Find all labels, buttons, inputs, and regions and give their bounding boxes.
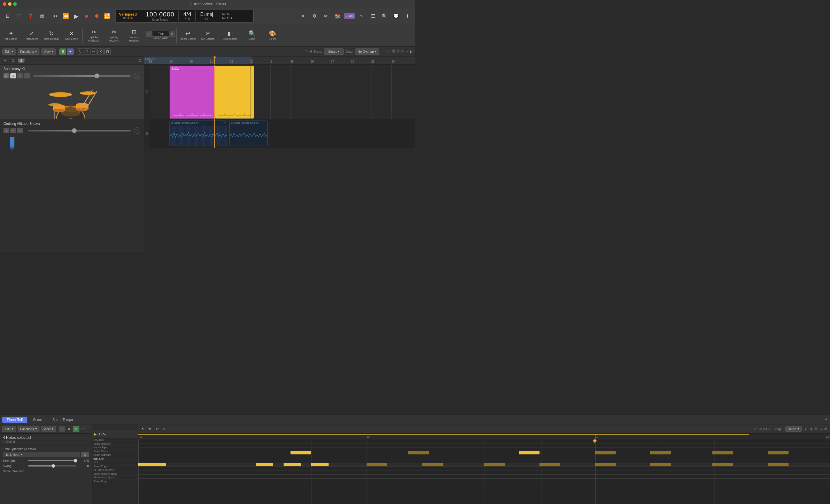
key-value: E♭maj — [200, 11, 213, 17]
pencil-button[interactable]: ✏ — [321, 11, 331, 21]
set-locators-tool[interactable]: ◧ Set Locators — [220, 26, 240, 45]
track-item-shaker: Cruising Altitude Shaker S R I ○ — [0, 119, 144, 148]
input-button-speakeasy[interactable]: I — [24, 73, 30, 78]
view-dropdown[interactable]: View ▾ — [41, 49, 56, 55]
send-button-shaker[interactable]: ○ — [134, 127, 140, 134]
region-socal-purple[interactable]: SoCal — [169, 66, 215, 119]
maximize-button[interactable] — [13, 2, 17, 6]
separator-2 — [145, 28, 145, 43]
pointer-tool[interactable]: ↖ — [77, 49, 83, 55]
list-view-button[interactable]: ☰ — [368, 11, 378, 21]
solo-button-speakeasy[interactable]: S — [10, 73, 16, 78]
close-x-button[interactable]: ✕ — [298, 11, 308, 21]
dash-y — [218, 115, 233, 116]
grid-view-button[interactable]: ⊞ — [59, 49, 66, 55]
rewind-button[interactable]: ⏮ — [51, 11, 60, 21]
trim-icon[interactable]: ⊢ — [387, 49, 390, 54]
settings-button[interactable]: ⚙ — [309, 11, 320, 21]
inout-section[interactable]: No In No Out — [222, 12, 232, 20]
display-button[interactable]: ▤ — [37, 11, 47, 21]
articulation-tool[interactable]: ✦ Articulation — [1, 26, 21, 45]
track-fader-speakeasy[interactable] — [33, 75, 131, 77]
track-header-expand[interactable]: ⊡ — [138, 58, 141, 63]
spot-erase-icon: ✕ — [69, 31, 74, 36]
timesig-section[interactable]: 4/4 /16 — [183, 11, 196, 21]
cycle-button[interactable]: 🔁 — [103, 11, 112, 21]
library-button[interactable]: 📚 — [332, 11, 343, 21]
rec-button-shaker[interactable]: R — [10, 128, 16, 133]
record-button[interactable]: ⏺ — [82, 11, 91, 21]
add-track-button[interactable]: + — [2, 58, 8, 63]
audio-region-shaker-2[interactable]: Cruising Altitude Shaker. — [229, 121, 268, 146]
group-s-button[interactable]: S — [18, 59, 25, 63]
rec-button-speakeasy[interactable]: R — [17, 73, 23, 78]
tempo-section[interactable]: 100.0000 Keep Tempo — [146, 11, 179, 21]
fader-thumb[interactable] — [95, 73, 99, 78]
help-button[interactable]: ❓ — [25, 11, 36, 21]
nudge-right-button[interactable]: ▷ — [170, 31, 175, 37]
shaker-icon — [3, 136, 21, 151]
input-button-shaker[interactable]: I — [17, 128, 23, 133]
svg-rect-20 — [10, 147, 14, 148]
link-icon[interactable]: ↔ — [405, 49, 409, 54]
play-button[interactable]: ▶ — [71, 11, 81, 21]
edit-dropdown[interactable]: Edit ▾ — [2, 49, 16, 55]
varispeed-section[interactable]: Varispeed ±0.00% — [119, 12, 141, 20]
capture-button[interactable]: ⬚ — [14, 11, 24, 21]
track-header-icon[interactable]: ⊡ — [10, 57, 16, 64]
nudge-value-control[interactable]: ◁ Tick ▷ Nudge Value — [147, 31, 175, 40]
track-lane-shaker: 28 Cruising Altitude Shaker ∞ Cruising A… — [144, 119, 415, 148]
expand-button[interactable]: » — [356, 11, 366, 21]
nudge-left-button[interactable]: ◁ — [147, 31, 152, 37]
grid-v-20 — [190, 65, 190, 119]
track-zoom-tool[interactable]: ⤢ Track Zoom — [21, 26, 41, 45]
pencil-tool[interactable]: ✏ — [91, 49, 97, 55]
scissors-tool[interactable]: ✕ — [97, 49, 104, 55]
spot-erase-tool[interactable]: ✕ Spot Erase — [62, 26, 81, 45]
merge-tool[interactable]: ⊓ — [104, 49, 111, 55]
colors-tool[interactable]: 🎨 Colors — [262, 26, 282, 45]
grid-v-27 — [331, 65, 331, 119]
zoom-tool[interactable]: 🔍 Zoom — [243, 26, 262, 45]
mute-button-speakeasy[interactable]: M — [3, 73, 9, 78]
repeat-section-tool[interactable]: ↩ Repeat Section — [178, 26, 197, 45]
record-io-button[interactable]: ⊟ — [2, 11, 13, 21]
close-button[interactable] — [3, 2, 6, 6]
split-playhead-tool[interactable]: ✂ Split by Playhead — [84, 26, 103, 45]
search-button[interactable]: 🔍 — [379, 11, 390, 21]
waveform-icon[interactable]: ⋮ — [381, 49, 385, 54]
link-tool[interactable]: ⇌ — [84, 49, 90, 55]
solo-button-shaker[interactable]: S — [3, 128, 9, 133]
no-in: No In — [222, 12, 229, 16]
bounce-regions-tool[interactable]: ⊡ Bounce Regions — [124, 26, 144, 45]
snap-value[interactable]: Smart ▾ — [324, 49, 344, 55]
transport-display[interactable]: Varispeed ±0.00% 100.0000 Keep Tempo 4/4… — [115, 10, 254, 23]
share-button[interactable]: ⬆ — [402, 11, 413, 21]
note-repeat-tool[interactable]: ↻ Note Repeat — [41, 26, 61, 45]
back-button[interactable]: ⏪ — [61, 11, 70, 21]
drag-value[interactable]: No Overlap ▾ — [355, 49, 379, 55]
audio-region-shaker-1[interactable]: Cruising Altitude Shaker ∞ — [169, 121, 227, 146]
dots-icon[interactable]: ⠿ — [410, 49, 413, 54]
key-section[interactable]: E♭maj 67 — [200, 11, 217, 21]
fader-thumb-shaker[interactable] — [72, 128, 77, 133]
avatar-button[interactable]: ♩234 — [344, 13, 355, 19]
cut-section-tool[interactable]: ✂ Cut Section — [198, 26, 218, 45]
send-button-speakeasy[interactable]: ○ — [134, 73, 140, 79]
region-socal-yellow[interactable] — [215, 66, 254, 119]
toolbar-right: ✕ ⚙ ✏ 📚 ♩234 » ☰ 🔍 💬 ⬆ — [298, 11, 413, 21]
minimize-button[interactable] — [8, 2, 11, 6]
grid-v-30 — [391, 65, 392, 119]
record-input-button[interactable]: ⏺ — [92, 11, 101, 21]
track-fader-shaker[interactable] — [28, 130, 131, 131]
comment-button[interactable]: 💬 — [391, 11, 401, 21]
list-view-button2[interactable]: ≡ — [67, 49, 74, 55]
functions-dropdown[interactable]: Functions ▾ — [18, 49, 39, 55]
zoom-label: Zoom — [249, 37, 255, 41]
set-locators-label: Set Locators — [223, 37, 237, 41]
split-locators-tool[interactable]: ✂ Split by Locators — [104, 26, 124, 45]
ruler-28: 28 — [351, 60, 354, 63]
align-icon[interactable]: ⊺ — [305, 49, 307, 54]
key-number: 67 — [205, 17, 209, 21]
align-icon2[interactable]: ⊣ — [309, 49, 312, 54]
